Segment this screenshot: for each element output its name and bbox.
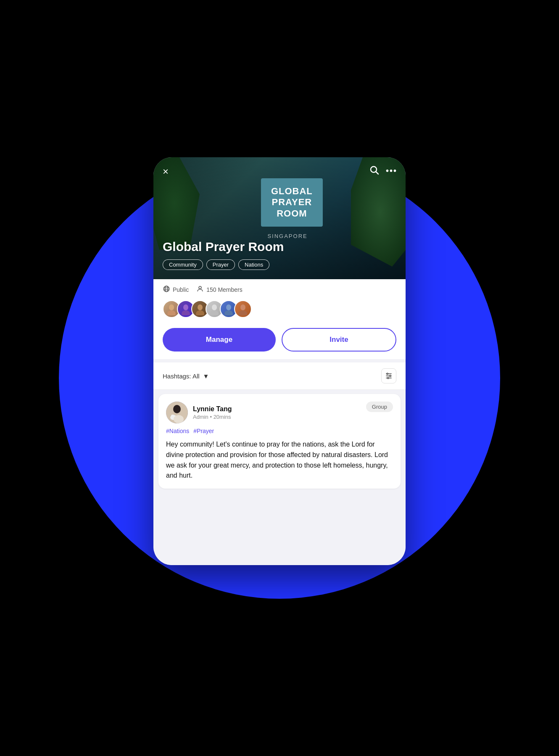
action-buttons: Manage Invite [153, 324, 406, 359]
svg-point-8 [167, 310, 176, 315]
svg-point-14 [210, 310, 219, 315]
visibility-info: Public [163, 285, 189, 294]
svg-point-11 [198, 304, 203, 310]
post-header: Lynnie Tang Admin • 20mins Group [166, 402, 393, 423]
dropdown-icon: ▼ [203, 373, 209, 380]
post-text: Hey community! Let's continue to pray fo… [166, 439, 393, 481]
avatar-stack [163, 300, 252, 318]
search-button[interactable] [369, 165, 379, 177]
post-hashtags: #Nations #Prayer [166, 428, 393, 434]
background-circle: GLOBAL PRAYER ROOM SINGAPORE × ••• Globa… [59, 157, 500, 599]
author-name: Lynnie Tang [193, 405, 232, 413]
hero-sign-board: GLOBAL PRAYER ROOM [261, 178, 323, 227]
hashtag-label: Hashtags: All [163, 373, 200, 380]
hashtag-nations[interactable]: #Nations [166, 428, 189, 434]
members-bar [153, 299, 406, 324]
svg-point-15 [226, 304, 231, 310]
svg-point-7 [169, 304, 174, 310]
filter-button[interactable] [381, 368, 396, 383]
svg-point-28 [171, 415, 174, 417]
svg-point-10 [182, 310, 190, 315]
phone-frame: GLOBAL PRAYER ROOM SINGAPORE × ••• Globa… [153, 157, 406, 565]
invite-button[interactable]: Invite [282, 328, 396, 352]
hero-section: GLOBAL PRAYER ROOM SINGAPORE × ••• Globa… [153, 157, 406, 279]
svg-point-20 [387, 373, 388, 374]
tag-community[interactable]: Community [163, 259, 203, 270]
close-button[interactable]: × [163, 167, 169, 177]
tag-prayer[interactable]: Prayer [206, 259, 235, 270]
post-badge: Group [366, 402, 393, 412]
visibility-label: Public [173, 286, 189, 293]
members-info: 150 Members [196, 285, 243, 294]
svg-point-29 [174, 415, 184, 423]
hashtag-filter-bar: Hashtags: All ▼ [153, 362, 406, 390]
tag-nations[interactable]: Nations [238, 259, 269, 270]
svg-point-12 [196, 310, 204, 315]
globe-icon [163, 285, 170, 294]
manage-button[interactable]: Manage [163, 328, 276, 352]
hero-sign-sub: SINGAPORE [267, 233, 307, 239]
svg-point-22 [390, 375, 391, 376]
post-meta: Lynnie Tang Admin • 20mins [193, 405, 232, 420]
svg-point-2 [163, 286, 169, 292]
author-submeta: Admin • 20mins [193, 414, 232, 420]
more-options-button[interactable]: ••• [386, 166, 397, 175]
post-author: Lynnie Tang Admin • 20mins [166, 402, 232, 423]
post-avatar [166, 402, 188, 423]
hashtag-prayer[interactable]: #Prayer [193, 428, 214, 434]
svg-point-3 [165, 286, 168, 292]
content-area: Public 150 Members [153, 279, 406, 565]
svg-line-1 [376, 172, 378, 174]
svg-point-13 [212, 304, 217, 310]
members-label: 150 Members [206, 286, 243, 293]
group-title: Global Prayer Room [163, 240, 284, 254]
avatar-6 [234, 300, 252, 318]
svg-point-16 [224, 310, 233, 315]
divider [153, 359, 406, 362]
hashtag-dropdown-area[interactable]: Hashtags: All ▼ [163, 373, 209, 380]
meta-bar: Public 150 Members [153, 279, 406, 299]
person-icon [196, 285, 204, 294]
hero-tags: Community Prayer Nations [163, 259, 269, 270]
svg-point-26 [173, 405, 181, 413]
post-card: Lynnie Tang Admin • 20mins Group #Nation… [158, 394, 401, 489]
svg-point-9 [183, 304, 188, 310]
svg-point-18 [239, 310, 247, 315]
svg-point-24 [388, 377, 389, 378]
hero-action-buttons: ••• [369, 165, 397, 177]
svg-point-17 [240, 304, 245, 310]
svg-point-6 [199, 286, 201, 289]
